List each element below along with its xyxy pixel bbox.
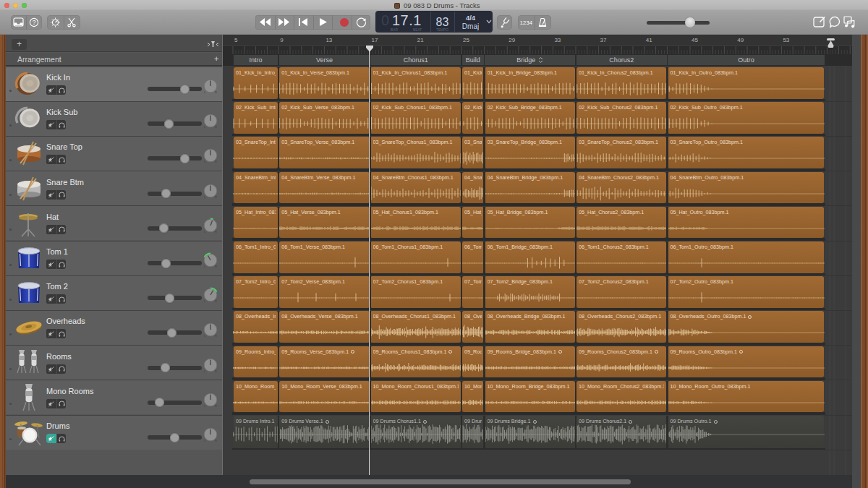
svg-text:R: R [215,230,217,234]
svg-text:R: R [215,439,217,442]
svg-text:R: R [215,265,217,268]
svg-text:L: L [204,439,206,442]
svg-text:R: R [215,125,217,129]
svg-text:R: R [215,195,217,199]
svg-text:R: R [215,404,217,408]
svg-text:L: L [204,160,206,163]
svg-text:R: R [215,334,217,338]
svg-text:L: L [204,90,206,94]
svg-text:R: R [215,299,217,303]
svg-text:R: R [215,160,217,163]
svg-text:L: L [204,265,206,268]
svg-text:L: L [204,299,206,303]
svg-text:L: L [204,404,206,408]
svg-text:R: R [215,369,217,373]
svg-text:L: L [204,369,206,373]
svg-text:L: L [204,125,206,129]
svg-text:L: L [204,334,206,338]
svg-text:?: ? [33,19,36,26]
svg-text:R: R [215,90,217,94]
svg-text:L: L [204,230,206,234]
svg-text:L: L [204,195,206,199]
